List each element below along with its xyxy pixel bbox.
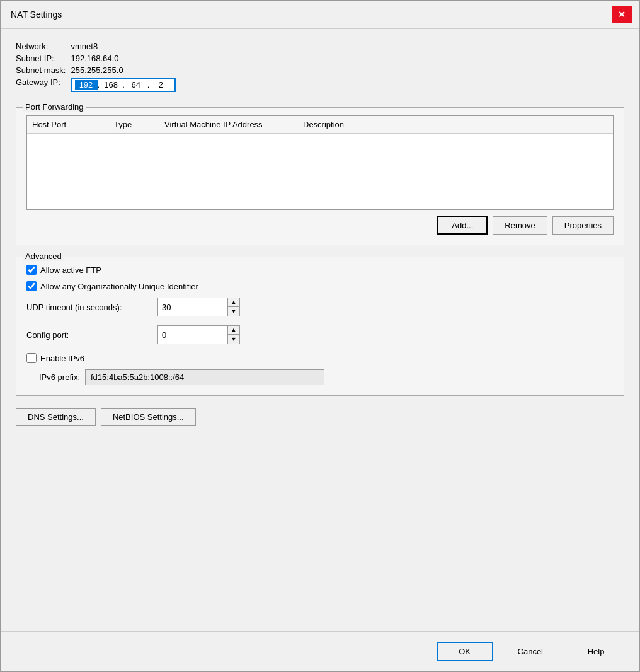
config-port-spinner: ▲ ▼: [157, 325, 240, 344]
add-button[interactable]: Add...: [437, 216, 488, 235]
advanced-legend: Advanced: [23, 252, 64, 261]
remove-button[interactable]: Remove: [493, 216, 547, 235]
ok-button[interactable]: OK: [437, 642, 493, 661]
allow-oui-checkbox[interactable]: [26, 281, 37, 291]
allow-oui-label: Allow any Organizationally Unique Identi…: [40, 282, 198, 291]
subnet-ip-value: 192.168.64.0: [71, 54, 625, 63]
footer: OK Cancel Help: [1, 631, 639, 671]
col-vm-ip: Virtual Machine IP Address: [164, 120, 303, 129]
col-description: Description: [303, 120, 608, 129]
udp-timeout-label: UDP timeout (in seconds):: [26, 303, 152, 312]
enable-ipv6-label: Enable IPv6: [40, 354, 84, 363]
network-label: Network:: [16, 42, 66, 51]
properties-button[interactable]: Properties: [552, 216, 614, 235]
config-port-down[interactable]: ▼: [228, 335, 239, 344]
udp-timeout-up[interactable]: ▲: [228, 298, 239, 307]
advanced-section: Advanced Allow active FTP Allow any Orga…: [16, 257, 624, 396]
subnet-ip-label: Subnet IP:: [16, 54, 66, 63]
nat-settings-dialog: NAT Settings ✕ Network: vmnet8 Subnet IP…: [0, 0, 640, 672]
enable-ipv6-row: Enable IPv6: [26, 353, 614, 363]
allow-ftp-row: Allow active FTP: [26, 265, 614, 275]
port-forwarding-section: Port Forwarding Host Port Type Virtual M…: [16, 107, 624, 245]
udp-timeout-row: UDP timeout (in seconds): ▲ ▼: [26, 298, 614, 316]
bottom-buttons: DNS Settings... NetBIOS Settings...: [16, 408, 624, 426]
udp-timeout-spinner: ▲ ▼: [157, 298, 240, 316]
gateway-ip-input-group: . . .: [71, 78, 176, 92]
col-type: Type: [114, 120, 164, 129]
udp-timeout-spinner-buttons: ▲ ▼: [227, 298, 239, 316]
udp-timeout-input[interactable]: [158, 298, 227, 316]
port-forwarding-legend: Port Forwarding: [23, 102, 86, 112]
gateway-ip-seg4[interactable]: [149, 80, 172, 90]
network-value: vmnet8: [71, 42, 625, 51]
info-section: Network: vmnet8 Subnet IP: 192.168.64.0 …: [16, 42, 624, 92]
dns-settings-button[interactable]: DNS Settings...: [16, 408, 96, 426]
config-port-input[interactable]: [158, 326, 227, 344]
gateway-ip-seg2[interactable]: [100, 80, 122, 90]
gateway-ip-row: . . .: [71, 78, 625, 92]
help-button[interactable]: Help: [568, 642, 624, 661]
enable-ipv6-checkbox[interactable]: [26, 353, 37, 363]
gateway-ip-label: Gateway IP:: [16, 78, 66, 92]
cancel-button[interactable]: Cancel: [500, 642, 561, 661]
ipv6-prefix-input[interactable]: [85, 369, 324, 385]
col-host-port: Host Port: [32, 120, 114, 129]
config-port-label: Config port:: [26, 330, 152, 340]
udp-timeout-down[interactable]: ▼: [228, 307, 239, 316]
port-forwarding-table: Host Port Type Virtual Machine IP Addres…: [26, 115, 614, 210]
table-body: [27, 134, 613, 209]
main-content: Network: vmnet8 Subnet IP: 192.168.64.0 …: [1, 29, 639, 631]
table-header: Host Port Type Virtual Machine IP Addres…: [27, 116, 613, 134]
gateway-ip-seg1[interactable]: [75, 80, 98, 90]
ipv6-prefix-row: IPv6 prefix:: [26, 369, 614, 385]
subnet-mask-label: Subnet mask:: [16, 66, 66, 75]
config-port-row: Config port: ▲ ▼: [26, 325, 614, 344]
netbios-settings-button[interactable]: NetBIOS Settings...: [101, 408, 196, 426]
config-port-spinner-buttons: ▲ ▼: [227, 326, 239, 344]
port-forwarding-buttons: Add... Remove Properties: [26, 216, 614, 235]
subnet-mask-value: 255.255.255.0: [71, 66, 625, 75]
allow-ftp-label: Allow active FTP: [40, 265, 101, 275]
allow-ftp-checkbox[interactable]: [26, 265, 37, 275]
allow-oui-row: Allow any Organizationally Unique Identi…: [26, 281, 614, 291]
title-bar: NAT Settings ✕: [1, 1, 639, 29]
close-button[interactable]: ✕: [612, 6, 632, 23]
gateway-ip-seg3[interactable]: [125, 80, 147, 90]
config-port-up[interactable]: ▲: [228, 326, 239, 335]
dialog-title: NAT Settings: [11, 9, 62, 20]
ipv6-prefix-label: IPv6 prefix:: [26, 373, 80, 382]
